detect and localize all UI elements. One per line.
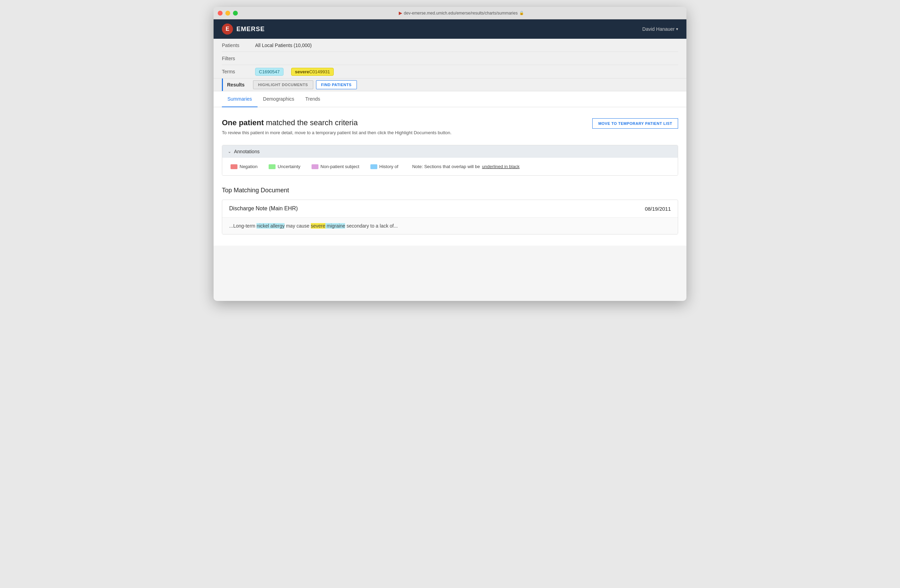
browser-window: ▶ dev-emerse.med.umich.edu/emerse/result…	[214, 7, 686, 301]
navbar: E EMERSE David Hanauer	[214, 19, 686, 39]
annotation-non-patient: Non-patient subject	[312, 164, 359, 169]
excerpt-migraine: migraine	[325, 223, 346, 229]
document-card: Discharge Note (Main EHR) 08/19/2011 ...…	[222, 200, 678, 235]
meta-section: Patients All Local Patients (10,000) Fil…	[214, 39, 686, 79]
patients-row: Patients All Local Patients (10,000)	[222, 39, 678, 52]
url-text: dev-emerse.med.umich.edu/emerse/results/…	[404, 11, 518, 15]
excerpt-nickel-allergy: nickel allergy	[256, 223, 284, 229]
document-title: Discharge Note (Main EHR)	[229, 206, 298, 212]
annotation-note: Note: Sections that overlap will be unde…	[410, 164, 520, 169]
brand: E EMERSE	[222, 23, 265, 35]
tab-trends[interactable]: Trends	[300, 91, 326, 107]
patients-label: Patients	[222, 43, 250, 48]
excerpt-prefix: ...Long-term	[229, 223, 256, 229]
results-nav: Results HIGHLIGHT DOCUMENTS FIND PATIENT…	[214, 79, 686, 91]
result-header: MOVE TO TEMPORARY PATIENT LIST One patie…	[222, 118, 678, 145]
terms-label: Terms	[222, 69, 250, 74]
annotation-history: History of	[370, 164, 399, 169]
result-bold: One patient	[222, 118, 264, 127]
highlight-documents-button[interactable]: HIGHLIGHT DOCUMENTS	[253, 80, 313, 89]
result-subtext: To review this patient in more detail, m…	[222, 130, 678, 135]
patients-value: All Local Patients (10,000)	[255, 43, 312, 48]
annotations-panel: ⌄ Annotations Negation Uncertainty Non-	[222, 145, 678, 176]
annotations-body: Negation Uncertainty Non-patient subject…	[222, 158, 678, 175]
term-badge-1[interactable]: C1690547	[255, 68, 284, 76]
tabs-bar: Summaries Demographics Trends	[214, 91, 686, 107]
annotation-items: Negation Uncertainty Non-patient subject…	[231, 164, 669, 169]
history-swatch	[370, 164, 377, 169]
tab-demographics[interactable]: Demographics	[258, 91, 300, 107]
maximize-button[interactable]	[233, 11, 238, 15]
app-title: EMERSE	[236, 26, 265, 33]
titlebar: ▶ dev-emerse.med.umich.edu/emerse/result…	[214, 7, 686, 19]
close-button[interactable]	[218, 11, 223, 15]
lock-icon: 🔒	[519, 11, 524, 15]
annotations-title: Annotations	[234, 149, 260, 154]
results-label: Results	[222, 79, 245, 91]
uncertainty-swatch	[268, 164, 276, 169]
excerpt-severe: severe	[311, 223, 325, 229]
terms-row: Terms C1690547 severe C0149931	[222, 65, 678, 78]
section-title: Top Matching Document	[222, 187, 678, 194]
annotations-header[interactable]: ⌄ Annotations	[222, 145, 678, 158]
annotation-note-prefix: Note: Sections that overlap will be	[412, 164, 480, 169]
logo: E	[222, 23, 233, 35]
tab-summaries[interactable]: Summaries	[222, 91, 258, 107]
term-badge-2[interactable]: severe C0149931	[291, 68, 334, 76]
non-patient-swatch	[312, 164, 318, 169]
negation-swatch	[231, 164, 237, 169]
excerpt-suffix: secondary to a lack of...	[345, 223, 398, 229]
document-header: Discharge Note (Main EHR) 08/19/2011	[222, 200, 678, 218]
annotation-negation: Negation	[231, 164, 258, 169]
find-patients-button[interactable]: FIND PATIENTS	[316, 80, 357, 89]
document-date: 08/19/2011	[645, 206, 671, 212]
minimize-button[interactable]	[225, 11, 230, 15]
emerse-icon: ▶	[399, 10, 402, 15]
document-excerpt: ...Long-term nickel allergy may cause se…	[222, 218, 678, 234]
filters-row: Filters	[222, 52, 678, 65]
user-menu[interactable]: David Hanauer	[642, 26, 678, 32]
filters-label: Filters	[222, 56, 250, 61]
move-to-temporary-list-button[interactable]: MOVE TO TEMPORARY PATIENT LIST	[592, 118, 678, 128]
result-rest: matched the search criteria	[264, 118, 358, 127]
excerpt-middle: may cause	[284, 223, 310, 229]
url-bar: ▶ dev-emerse.med.umich.edu/emerse/result…	[241, 10, 682, 15]
main-content: MOVE TO TEMPORARY PATIENT LIST One patie…	[214, 107, 686, 246]
annotation-uncertainty: Uncertainty	[268, 164, 301, 169]
chevron-down-icon: ⌄	[228, 149, 231, 154]
annotation-note-underline: underlined in black	[482, 164, 520, 169]
